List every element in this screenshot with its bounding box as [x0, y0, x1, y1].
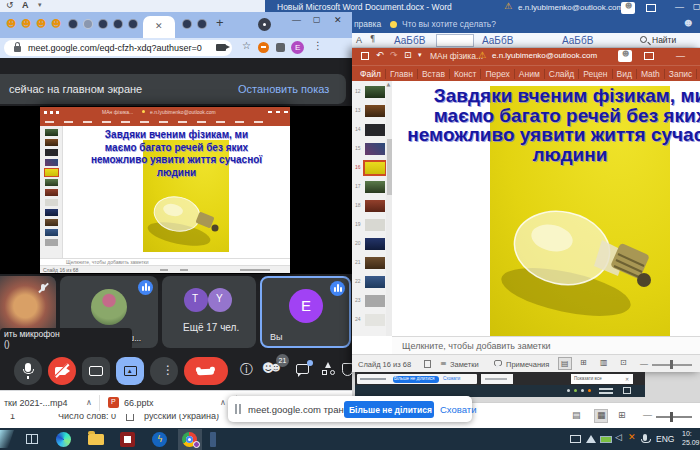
chevron-up-icon[interactable]: ∧ — [86, 398, 92, 407]
mic-tray-icon[interactable] — [643, 434, 647, 441]
word-tell-me[interactable]: Что вы хотите сделать? — [402, 19, 496, 29]
view-reading-button[interactable]: ▥ — [600, 358, 608, 367]
undo-icon[interactable]: ↶ — [376, 50, 384, 60]
account-avatar[interactable]: ☻ — [618, 50, 632, 62]
undo-icon[interactable]: ↺ — [6, 0, 14, 10]
style-preview[interactable]: АаБбВ — [394, 35, 425, 46]
minimize-icon[interactable]: — — [676, 51, 685, 61]
chevron-up-icon[interactable]: ∧ — [220, 398, 226, 407]
ppt-tab-record[interactable]: Запис — [665, 69, 697, 79]
pinned-tab-classroom-icon[interactable]: ☻ — [6, 18, 16, 29]
ppt-account[interactable]: e.n.lyubimenko@outlook.com — [492, 51, 597, 60]
slide-canvas[interactable]: Завдяки вченим фізикам, ми маємо багато … — [392, 81, 700, 336]
activities-icon[interactable] — [322, 362, 336, 376]
profile-avatar[interactable]: E — [291, 41, 304, 54]
clock[interactable]: 10: 25.09 — [682, 430, 700, 448]
start-button[interactable] — [0, 430, 14, 448]
save-icon[interactable] — [361, 52, 369, 60]
stop-presenting-button[interactable]: Остановить показ — [238, 83, 329, 95]
drag-handle-icon[interactable] — [235, 404, 237, 414]
bookmark-star-icon[interactable]: ☆ — [242, 40, 251, 51]
language-indicator[interactable]: ENG — [656, 434, 674, 444]
ppt-tab-file[interactable]: Файл — [356, 69, 386, 79]
ribbon-options-icon[interactable] — [646, 4, 656, 12]
chrome-taskbar-button[interactable] — [178, 429, 202, 450]
player-app-icon[interactable]: ϟ — [152, 432, 167, 447]
more-people-tile[interactable]: T Y Ещё 17 чел. — [162, 276, 256, 348]
download-item[interactable]: тки 2021-...mp4 — [4, 398, 68, 408]
ribbon-options-icon[interactable] — [644, 52, 654, 60]
info-icon[interactable]: ⓘ — [240, 361, 253, 379]
word-account[interactable]: e.n.lyubimenko@outlook.com — [518, 3, 623, 12]
slide-title-text[interactable]: Завдяки вченим фізикам, ми маємо багато … — [395, 86, 700, 164]
zoom-out-icon[interactable]: — — [643, 410, 652, 420]
ppt-tab-transitions[interactable]: Перех — [481, 69, 514, 79]
address-bar[interactable]: meet.google.com/eqd-cfzh-xdq?authuser=0 — [4, 40, 232, 56]
camera-indicator-icon[interactable] — [216, 44, 226, 51]
ppt-tab-animations[interactable]: Аним — [515, 69, 545, 79]
notes-toggle-icon[interactable]: ≡ — [440, 359, 447, 368]
stop-sharing-button[interactable]: Більше не ділитися — [344, 401, 434, 418]
url-text[interactable]: meet.google.com/eqd-cfzh-xdq?authuser=0 — [28, 43, 202, 53]
pinned-tab-classroom-icon[interactable]: ☻ — [51, 18, 61, 29]
paragraph-icon[interactable]: ¶ — [370, 35, 375, 44]
style-preview-box[interactable] — [436, 34, 474, 47]
volume-icon[interactable]: ◁ — [615, 432, 622, 442]
view-normal-button[interactable]: ▤ — [558, 357, 572, 370]
task-view-icon[interactable] — [26, 434, 38, 444]
notes-pane[interactable]: Щелкните, чтобы добавить заметки — [392, 336, 700, 354]
comments-icon[interactable] — [494, 360, 502, 366]
thumbnail-scrollbar[interactable]: ▲ — [386, 81, 392, 336]
mic-button[interactable] — [14, 357, 42, 385]
zoom-slider-handle[interactable] — [670, 412, 673, 422]
extension-icon[interactable] — [258, 42, 269, 53]
ppt-tab-math[interactable]: Math — [637, 69, 665, 79]
web-layout-icon[interactable]: ⊞ — [618, 410, 626, 420]
zoom-slider-handle[interactable] — [670, 360, 673, 369]
slide-thumbnail[interactable] — [365, 314, 385, 326]
account-avatar[interactable]: ☻ — [621, 2, 635, 14]
captions-button[interactable] — [82, 357, 110, 385]
tab-search-icon[interactable] — [258, 18, 271, 31]
people-icon[interactable]: ☻☻ — [262, 361, 275, 375]
style-preview[interactable]: АаБбВ — [482, 35, 513, 46]
edge-icon[interactable] — [56, 432, 71, 447]
comments-toggle[interactable]: Примечания — [506, 360, 549, 369]
extensions-puzzle-icon[interactable] — [276, 43, 285, 52]
print-layout-icon[interactable]: ▦ — [594, 409, 608, 423]
pinned-app-icon[interactable] — [210, 432, 216, 447]
slide-thumbnail[interactable] — [365, 86, 385, 98]
more-options-button[interactable]: ⋮ — [150, 357, 178, 385]
spellcheck-icon[interactable] — [424, 360, 431, 368]
slide-thumbnail[interactable] — [365, 105, 385, 117]
wifi-icon[interactable] — [586, 435, 596, 443]
read-mode-icon[interactable]: ▤ — [572, 410, 581, 420]
font-button-icon[interactable]: А — [356, 35, 362, 45]
qat-dropdown-icon[interactable]: ▾ — [38, 1, 42, 9]
font-icon[interactable]: A — [22, 0, 29, 10]
minimize-icon[interactable]: — — [675, 2, 684, 12]
notes-placeholder[interactable]: Щелкните, чтобы добавить заметки — [402, 341, 551, 351]
download-item[interactable]: 66.pptx — [124, 398, 154, 408]
slide-thumbnail[interactable] — [365, 124, 385, 136]
media-app-icon[interactable] — [120, 432, 135, 447]
file-explorer-icon[interactable] — [88, 434, 104, 445]
share-person-icon[interactable]: ☻ — [684, 19, 692, 28]
ppt-tab-design[interactable]: Конст — [450, 69, 482, 79]
slide-thumbnail[interactable] — [365, 238, 385, 250]
cast-tray-icon[interactable] — [570, 435, 581, 443]
pinned-tab-site-icon[interactable] — [182, 19, 192, 29]
slide-thumbnail-current[interactable] — [365, 162, 385, 174]
slide-thumbnail[interactable] — [365, 181, 385, 193]
zoom-slider-track[interactable] — [656, 416, 692, 418]
hide-notification-button[interactable]: Сховати — [440, 404, 476, 415]
word-tab-fragment[interactable]: правка — [354, 19, 381, 29]
battery-icon[interactable] — [600, 436, 612, 443]
new-tab-icon[interactable]: + — [216, 15, 224, 30]
window-close-icon[interactable]: ✕ — [334, 15, 342, 25]
slide-thumbnail[interactable] — [365, 257, 385, 269]
slide-thumbnail[interactable] — [365, 200, 385, 212]
lock-icon[interactable] — [14, 46, 21, 52]
slide-thumbnail[interactable] — [365, 295, 385, 307]
menu-kebab-icon[interactable]: ⋮ — [313, 40, 323, 51]
